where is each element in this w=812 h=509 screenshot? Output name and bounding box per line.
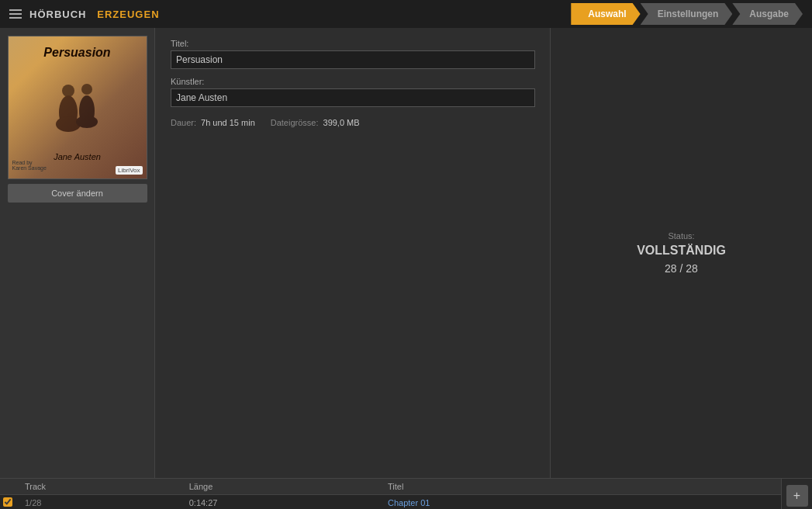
track-checkbox[interactable] <box>3 497 12 507</box>
duration-label: Dauer: <box>171 118 196 127</box>
col-check <box>0 479 19 495</box>
track-title: Chapter 01 <box>382 495 781 510</box>
nav-step-ausgabe[interactable]: Ausgabe <box>732 3 803 25</box>
svg-point-2 <box>81 84 92 95</box>
artist-input[interactable] <box>171 88 535 107</box>
nav-step-einstellungen[interactable]: Einstellungen <box>641 3 733 25</box>
cover-change-button[interactable]: Cover ändern <box>8 184 147 203</box>
title-label: Titel: <box>171 39 534 48</box>
duration-item: Dauer: 7h und 15 min <box>171 118 255 127</box>
col-track: Track <box>19 479 183 495</box>
col-length: Länge <box>183 479 382 495</box>
status-count: 28 / 28 <box>665 262 698 275</box>
side-buttons: + 🗑 ▶ <box>781 479 812 509</box>
add-track-button[interactable]: + <box>786 485 808 507</box>
status-label: Status: <box>668 231 694 241</box>
artist-label: Künstler: <box>171 77 534 86</box>
nav-step-auswahl[interactable]: Auswahl <box>571 3 640 25</box>
main-content: Persuasion Jane Austen Read byKaren Sava… <box>0 28 812 478</box>
app-title: HÖRBUCH ERZEUGEN <box>29 9 160 20</box>
title-input[interactable] <box>171 50 535 69</box>
cover-image: Persuasion Jane Austen Read byKaren Sava… <box>8 36 147 179</box>
filesize-value: 399,0 MB <box>323 118 360 127</box>
cover-title: Persuasion <box>9 46 147 60</box>
track-table: Track Länge Titel 1/28 0:14:27 Chapter 0… <box>0 479 781 509</box>
status-panel: Status: VOLLSTÄNDIG 28 / 28 <box>551 28 812 478</box>
svg-point-5 <box>76 116 98 128</box>
track-length: 0:14:27 <box>183 495 382 510</box>
menu-icon[interactable] <box>9 9 22 19</box>
filesize-item: Dateigrösse: 399,0 MB <box>271 118 360 127</box>
track-table-container[interactable]: Track Länge Titel 1/28 0:14:27 Chapter 0… <box>0 479 781 509</box>
table-row: 1/28 0:14:27 Chapter 01 <box>0 495 781 510</box>
col-title: Titel <box>382 479 781 495</box>
status-value: VOLLSTÄNDIG <box>637 244 726 258</box>
cover-librivox: LibriVox <box>116 166 142 175</box>
nav-steps: Auswahl Einstellungen Ausgabe <box>571 0 803 28</box>
meta-row: Dauer: 7h und 15 min Dateigrösse: 399,0 … <box>171 118 534 127</box>
track-section: Track Länge Titel 1/28 0:14:27 Chapter 0… <box>0 478 812 509</box>
svg-point-0 <box>62 85 74 97</box>
header: HÖRBUCH ERZEUGEN Auswahl Einstellungen A… <box>0 0 812 28</box>
filesize-label: Dateigrösse: <box>271 118 319 127</box>
info-panel: Titel: Künstler: Dauer: 7h und 15 min Da… <box>155 28 551 478</box>
cover-illustration <box>39 74 116 151</box>
left-panel: Persuasion Jane Austen Read byKaren Sava… <box>0 28 155 478</box>
cover-read-by: Read byKaren Savage <box>12 160 47 171</box>
duration-value: 7h und 15 min <box>201 118 255 127</box>
track-number: 1/28 <box>19 495 183 510</box>
